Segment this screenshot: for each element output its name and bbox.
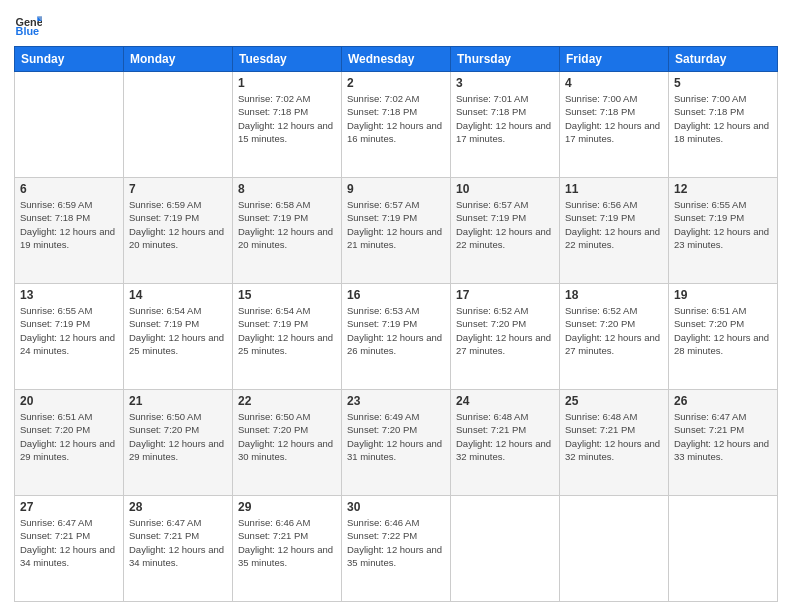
- calendar-cell: 11Sunrise: 6:56 AM Sunset: 7:19 PM Dayli…: [560, 178, 669, 284]
- calendar-cell: 23Sunrise: 6:49 AM Sunset: 7:20 PM Dayli…: [342, 390, 451, 496]
- day-info: Sunrise: 6:51 AM Sunset: 7:20 PM Dayligh…: [674, 304, 772, 357]
- col-sunday: Sunday: [15, 47, 124, 72]
- day-number: 30: [347, 500, 445, 514]
- calendar-cell: 9Sunrise: 6:57 AM Sunset: 7:19 PM Daylig…: [342, 178, 451, 284]
- day-number: 20: [20, 394, 118, 408]
- day-number: 28: [129, 500, 227, 514]
- day-info: Sunrise: 6:50 AM Sunset: 7:20 PM Dayligh…: [238, 410, 336, 463]
- logo-icon: General Blue: [14, 10, 42, 38]
- day-info: Sunrise: 6:47 AM Sunset: 7:21 PM Dayligh…: [674, 410, 772, 463]
- day-info: Sunrise: 6:55 AM Sunset: 7:19 PM Dayligh…: [20, 304, 118, 357]
- day-number: 21: [129, 394, 227, 408]
- col-tuesday: Tuesday: [233, 47, 342, 72]
- day-number: 19: [674, 288, 772, 302]
- col-thursday: Thursday: [451, 47, 560, 72]
- calendar-cell: 16Sunrise: 6:53 AM Sunset: 7:19 PM Dayli…: [342, 284, 451, 390]
- calendar-week-1: 6Sunrise: 6:59 AM Sunset: 7:18 PM Daylig…: [15, 178, 778, 284]
- calendar-cell: [451, 496, 560, 602]
- day-info: Sunrise: 7:02 AM Sunset: 7:18 PM Dayligh…: [238, 92, 336, 145]
- calendar-header-row: Sunday Monday Tuesday Wednesday Thursday…: [15, 47, 778, 72]
- day-number: 2: [347, 76, 445, 90]
- calendar-cell: 28Sunrise: 6:47 AM Sunset: 7:21 PM Dayli…: [124, 496, 233, 602]
- calendar-cell: 12Sunrise: 6:55 AM Sunset: 7:19 PM Dayli…: [669, 178, 778, 284]
- day-info: Sunrise: 6:59 AM Sunset: 7:18 PM Dayligh…: [20, 198, 118, 251]
- calendar-cell: 24Sunrise: 6:48 AM Sunset: 7:21 PM Dayli…: [451, 390, 560, 496]
- day-info: Sunrise: 6:52 AM Sunset: 7:20 PM Dayligh…: [456, 304, 554, 357]
- day-info: Sunrise: 6:57 AM Sunset: 7:19 PM Dayligh…: [347, 198, 445, 251]
- day-info: Sunrise: 6:58 AM Sunset: 7:19 PM Dayligh…: [238, 198, 336, 251]
- day-info: Sunrise: 7:00 AM Sunset: 7:18 PM Dayligh…: [565, 92, 663, 145]
- day-info: Sunrise: 6:53 AM Sunset: 7:19 PM Dayligh…: [347, 304, 445, 357]
- day-info: Sunrise: 6:57 AM Sunset: 7:19 PM Dayligh…: [456, 198, 554, 251]
- calendar-cell: 22Sunrise: 6:50 AM Sunset: 7:20 PM Dayli…: [233, 390, 342, 496]
- day-info: Sunrise: 6:52 AM Sunset: 7:20 PM Dayligh…: [565, 304, 663, 357]
- calendar-cell: 27Sunrise: 6:47 AM Sunset: 7:21 PM Dayli…: [15, 496, 124, 602]
- calendar-cell: 26Sunrise: 6:47 AM Sunset: 7:21 PM Dayli…: [669, 390, 778, 496]
- day-number: 11: [565, 182, 663, 196]
- day-info: Sunrise: 6:49 AM Sunset: 7:20 PM Dayligh…: [347, 410, 445, 463]
- calendar-cell: 17Sunrise: 6:52 AM Sunset: 7:20 PM Dayli…: [451, 284, 560, 390]
- day-info: Sunrise: 6:59 AM Sunset: 7:19 PM Dayligh…: [129, 198, 227, 251]
- col-wednesday: Wednesday: [342, 47, 451, 72]
- calendar-cell: 13Sunrise: 6:55 AM Sunset: 7:19 PM Dayli…: [15, 284, 124, 390]
- col-saturday: Saturday: [669, 47, 778, 72]
- day-number: 1: [238, 76, 336, 90]
- calendar-cell: 2Sunrise: 7:02 AM Sunset: 7:18 PM Daylig…: [342, 72, 451, 178]
- calendar-cell: 10Sunrise: 6:57 AM Sunset: 7:19 PM Dayli…: [451, 178, 560, 284]
- calendar-table: Sunday Monday Tuesday Wednesday Thursday…: [14, 46, 778, 602]
- calendar-cell: 25Sunrise: 6:48 AM Sunset: 7:21 PM Dayli…: [560, 390, 669, 496]
- day-info: Sunrise: 6:47 AM Sunset: 7:21 PM Dayligh…: [20, 516, 118, 569]
- day-number: 24: [456, 394, 554, 408]
- day-number: 14: [129, 288, 227, 302]
- calendar-cell: [15, 72, 124, 178]
- day-number: 5: [674, 76, 772, 90]
- calendar-cell: 7Sunrise: 6:59 AM Sunset: 7:19 PM Daylig…: [124, 178, 233, 284]
- day-info: Sunrise: 6:48 AM Sunset: 7:21 PM Dayligh…: [565, 410, 663, 463]
- day-info: Sunrise: 6:51 AM Sunset: 7:20 PM Dayligh…: [20, 410, 118, 463]
- day-info: Sunrise: 7:01 AM Sunset: 7:18 PM Dayligh…: [456, 92, 554, 145]
- calendar-cell: 5Sunrise: 7:00 AM Sunset: 7:18 PM Daylig…: [669, 72, 778, 178]
- calendar-cell: [560, 496, 669, 602]
- day-number: 27: [20, 500, 118, 514]
- calendar-cell: 18Sunrise: 6:52 AM Sunset: 7:20 PM Dayli…: [560, 284, 669, 390]
- calendar-week-2: 13Sunrise: 6:55 AM Sunset: 7:19 PM Dayli…: [15, 284, 778, 390]
- calendar-cell: 21Sunrise: 6:50 AM Sunset: 7:20 PM Dayli…: [124, 390, 233, 496]
- day-info: Sunrise: 6:56 AM Sunset: 7:19 PM Dayligh…: [565, 198, 663, 251]
- calendar-cell: 3Sunrise: 7:01 AM Sunset: 7:18 PM Daylig…: [451, 72, 560, 178]
- day-number: 6: [20, 182, 118, 196]
- day-number: 4: [565, 76, 663, 90]
- day-info: Sunrise: 6:48 AM Sunset: 7:21 PM Dayligh…: [456, 410, 554, 463]
- day-info: Sunrise: 6:46 AM Sunset: 7:21 PM Dayligh…: [238, 516, 336, 569]
- day-number: 22: [238, 394, 336, 408]
- day-number: 13: [20, 288, 118, 302]
- calendar-cell: 19Sunrise: 6:51 AM Sunset: 7:20 PM Dayli…: [669, 284, 778, 390]
- calendar-cell: 14Sunrise: 6:54 AM Sunset: 7:19 PM Dayli…: [124, 284, 233, 390]
- calendar-cell: 15Sunrise: 6:54 AM Sunset: 7:19 PM Dayli…: [233, 284, 342, 390]
- day-number: 18: [565, 288, 663, 302]
- day-number: 23: [347, 394, 445, 408]
- logo: General Blue: [14, 10, 46, 38]
- day-info: Sunrise: 6:50 AM Sunset: 7:20 PM Dayligh…: [129, 410, 227, 463]
- day-number: 25: [565, 394, 663, 408]
- calendar-cell: 20Sunrise: 6:51 AM Sunset: 7:20 PM Dayli…: [15, 390, 124, 496]
- day-number: 26: [674, 394, 772, 408]
- calendar-week-3: 20Sunrise: 6:51 AM Sunset: 7:20 PM Dayli…: [15, 390, 778, 496]
- day-info: Sunrise: 6:54 AM Sunset: 7:19 PM Dayligh…: [129, 304, 227, 357]
- day-number: 7: [129, 182, 227, 196]
- day-number: 17: [456, 288, 554, 302]
- calendar-cell: 8Sunrise: 6:58 AM Sunset: 7:19 PM Daylig…: [233, 178, 342, 284]
- header: General Blue: [14, 10, 778, 38]
- calendar-cell: [669, 496, 778, 602]
- calendar-cell: 6Sunrise: 6:59 AM Sunset: 7:18 PM Daylig…: [15, 178, 124, 284]
- day-number: 29: [238, 500, 336, 514]
- day-number: 12: [674, 182, 772, 196]
- day-info: Sunrise: 6:55 AM Sunset: 7:19 PM Dayligh…: [674, 198, 772, 251]
- day-number: 16: [347, 288, 445, 302]
- calendar-week-0: 1Sunrise: 7:02 AM Sunset: 7:18 PM Daylig…: [15, 72, 778, 178]
- calendar-week-4: 27Sunrise: 6:47 AM Sunset: 7:21 PM Dayli…: [15, 496, 778, 602]
- calendar-cell: [124, 72, 233, 178]
- svg-text:Blue: Blue: [16, 25, 40, 37]
- day-number: 9: [347, 182, 445, 196]
- day-info: Sunrise: 7:00 AM Sunset: 7:18 PM Dayligh…: [674, 92, 772, 145]
- day-info: Sunrise: 6:46 AM Sunset: 7:22 PM Dayligh…: [347, 516, 445, 569]
